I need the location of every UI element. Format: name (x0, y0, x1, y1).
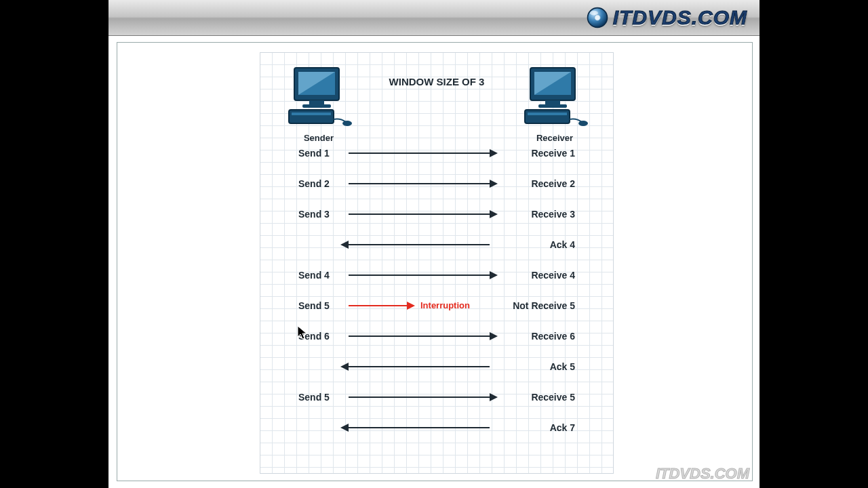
receive-label: Receive 3 (531, 209, 575, 220)
receiver-label: Receiver (521, 133, 589, 143)
send-label: Send 6 (298, 331, 330, 342)
arrow-right-icon (349, 336, 496, 337)
brand-text: ITDVDS.COM (613, 7, 747, 28)
svg-rect-5 (309, 100, 324, 104)
receive-label: Receive 6 (531, 331, 575, 342)
arrow-right-icon (349, 305, 414, 306)
message-row: Send 2Receive 2 (260, 178, 613, 196)
arrow-right-icon (349, 183, 496, 184)
svg-rect-14 (525, 110, 570, 123)
message-row: Send 1Receive 1 (260, 148, 613, 165)
message-row: Ack 4 (260, 239, 613, 257)
arrow-right-icon (349, 214, 496, 215)
svg-point-1 (594, 15, 600, 21)
receive-label: Receive 5 (531, 392, 575, 403)
ack-label: Ack 7 (550, 422, 575, 433)
ack-label: Ack 4 (550, 239, 575, 250)
receiver-node: Receiver (521, 65, 589, 143)
arrow-right-icon (349, 396, 496, 398)
sender-node: Sender (285, 65, 353, 143)
title-bar: ITDVDS.COM (108, 0, 760, 36)
svg-rect-15 (528, 113, 567, 115)
svg-point-16 (578, 121, 588, 126)
interruption-label: Interruption (420, 300, 470, 310)
message-row: Send 5Receive 5 (260, 392, 613, 409)
arrow-right-icon (349, 274, 496, 276)
receive-label: Receive 4 (531, 270, 575, 281)
disc-icon (586, 6, 609, 29)
message-row: Send 5InterruptionNot Receive 5 (260, 300, 613, 318)
message-row: Ack 5 (260, 361, 613, 379)
arrow-left-icon (342, 366, 490, 367)
receive-label: Not Receive 5 (513, 300, 575, 311)
computer-icon (285, 65, 353, 127)
svg-rect-13 (538, 104, 567, 108)
arrow-left-icon (342, 427, 490, 428)
send-label: Send 5 (298, 392, 330, 403)
send-label: Send 2 (298, 178, 330, 189)
svg-point-9 (342, 121, 352, 126)
arrow-left-icon (342, 244, 490, 245)
svg-rect-8 (292, 113, 331, 115)
receive-label: Receive 1 (531, 148, 575, 159)
computer-icon (521, 65, 589, 127)
svg-rect-6 (302, 104, 331, 108)
svg-rect-12 (545, 100, 560, 104)
sender-label: Sender (285, 133, 353, 143)
message-row: Send 6Receive 6 (260, 331, 613, 348)
send-label: Send 1 (298, 148, 330, 159)
ack-label: Ack 5 (550, 361, 575, 372)
arrow-right-icon (349, 152, 496, 154)
receive-label: Receive 2 (531, 178, 575, 189)
message-row: Ack 7 (260, 422, 613, 440)
content-pane: WINDOW SIZE OF 3 Sender (117, 42, 753, 481)
message-row: Send 4Receive 4 (260, 270, 613, 287)
message-row: Send 3Receive 3 (260, 209, 613, 226)
svg-point-2 (590, 11, 598, 16)
diagram-canvas: WINDOW SIZE OF 3 Sender (260, 52, 614, 474)
send-label: Send 5 (298, 300, 330, 311)
app-window: ITDVDS.COM WINDOW SIZE OF 3 Sender (108, 0, 760, 488)
send-label: Send 4 (298, 270, 330, 281)
brand-logo: ITDVDS.COM (586, 4, 747, 31)
watermark: ITDVDS.COM (656, 465, 749, 483)
svg-rect-7 (289, 110, 334, 123)
send-label: Send 3 (298, 209, 330, 220)
